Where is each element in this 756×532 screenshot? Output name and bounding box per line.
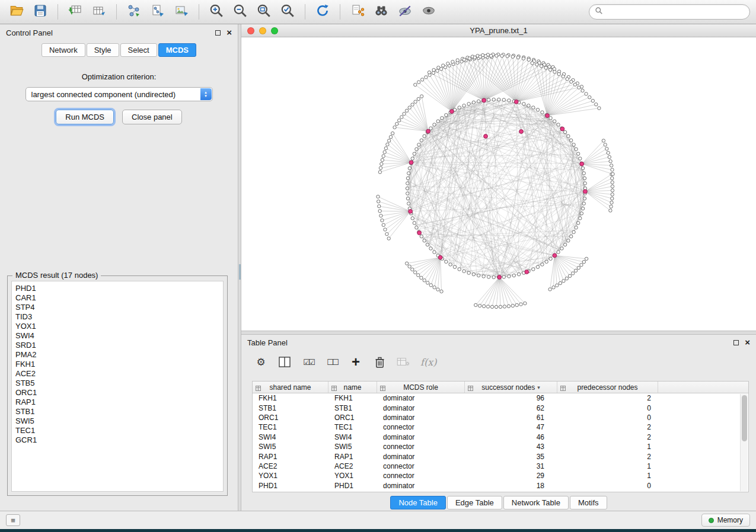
network-titlebar: YPA_prune.txt_1 bbox=[241, 24, 756, 37]
close-panel-button[interactable]: Close panel bbox=[122, 110, 182, 124]
mcds-result-item[interactable]: CAR1 bbox=[15, 293, 223, 303]
export-image-button[interactable] bbox=[171, 2, 192, 21]
float-table-panel-icon[interactable] bbox=[733, 340, 739, 345]
optimization-criterion-label: Optimization criterion: bbox=[0, 72, 238, 81]
table-scrollbar[interactable] bbox=[740, 394, 748, 491]
column-header-mcds-role[interactable]: MCDS role bbox=[377, 382, 465, 393]
zoom-selected-button[interactable] bbox=[277, 2, 298, 21]
tab-edge-table[interactable]: Edge Table bbox=[447, 496, 502, 509]
mcds-result-item[interactable]: PHD1 bbox=[15, 284, 223, 293]
tab-mcds[interactable]: MCDS bbox=[158, 43, 196, 57]
task-history-icon[interactable]: ≡ bbox=[6, 514, 20, 526]
mcds-result-item[interactable]: TEC1 bbox=[15, 426, 223, 435]
column-header-shared-name[interactable]: shared name bbox=[253, 382, 328, 393]
mcds-result-item[interactable]: FKH1 bbox=[15, 360, 223, 369]
table-row[interactable]: SWI4SWI4dominator462 bbox=[253, 432, 740, 442]
zoom-fit-button[interactable] bbox=[253, 2, 275, 21]
delete-column-icon[interactable] bbox=[373, 357, 386, 368]
mcds-result-item[interactable]: TID3 bbox=[15, 312, 223, 322]
tab-node-table[interactable]: Node Table bbox=[390, 496, 446, 509]
refresh-view-button[interactable] bbox=[312, 2, 333, 21]
mcds-result-item[interactable]: STB5 bbox=[15, 379, 223, 388]
toolbar-separator bbox=[116, 4, 117, 20]
close-panel-icon[interactable]: × bbox=[227, 30, 232, 36]
table-cell: FKH1 bbox=[328, 394, 377, 402]
table-cell: connector bbox=[377, 462, 465, 470]
table-cell: STB1 bbox=[253, 404, 328, 412]
mcds-result-item[interactable]: SRD1 bbox=[15, 341, 223, 350]
table-cell: dominator bbox=[377, 433, 465, 441]
table-row[interactable]: FKH1FKH1dominator962 bbox=[253, 393, 740, 403]
table-cell: 47 bbox=[465, 423, 557, 431]
table-row[interactable]: TEC1TEC1connector472 bbox=[253, 422, 740, 432]
zoom-out-button[interactable] bbox=[229, 2, 251, 21]
float-panel-icon[interactable] bbox=[215, 30, 221, 36]
optimization-criterion-dropdown[interactable]: largest connected component (undirected)… bbox=[25, 87, 213, 101]
select-all-columns-icon[interactable]: ☑☑ bbox=[302, 358, 315, 367]
control-panel-header: Control Panel × bbox=[0, 24, 238, 41]
table-row[interactable]: ORC1ORC1dominator610 bbox=[253, 413, 740, 422]
toolbar-separator bbox=[199, 4, 199, 20]
share-document-button[interactable] bbox=[347, 2, 368, 21]
column-header-name[interactable]: name bbox=[328, 382, 377, 393]
save-session-button[interactable] bbox=[30, 2, 51, 21]
add-column-icon[interactable]: + bbox=[349, 357, 362, 367]
import-table-button[interactable] bbox=[65, 2, 86, 21]
table-row[interactable]: RAP1RAP1dominator352 bbox=[253, 451, 740, 461]
search-network-button[interactable] bbox=[371, 2, 392, 21]
mcds-result-item[interactable]: ORC1 bbox=[15, 388, 223, 398]
tab-select[interactable]: Select bbox=[120, 43, 157, 57]
memory-button[interactable]: Memory bbox=[701, 514, 750, 527]
memory-status-dot-icon bbox=[709, 518, 714, 523]
mcds-result-item[interactable]: STB1 bbox=[15, 407, 223, 416]
maximize-window-button[interactable] bbox=[271, 27, 278, 34]
table-settings-gear-icon[interactable]: ⚙ bbox=[254, 356, 267, 368]
network-graph[interactable] bbox=[241, 37, 756, 331]
scrollbar-thumb[interactable] bbox=[742, 395, 747, 441]
table-row[interactable]: STB1STB1dominator620 bbox=[253, 403, 740, 412]
mcds-result-item[interactable]: SWI5 bbox=[15, 416, 223, 426]
mcds-result-item[interactable]: RAP1 bbox=[15, 398, 223, 407]
column-type-icon bbox=[331, 384, 337, 393]
column-label: name bbox=[343, 383, 361, 392]
mcds-result-item[interactable]: PMA2 bbox=[15, 350, 223, 360]
import-network-button[interactable] bbox=[123, 2, 145, 21]
horizontal-splitter[interactable] bbox=[241, 331, 756, 335]
table-row[interactable]: ACE2ACE2connector311 bbox=[253, 462, 740, 471]
zoom-selected-icon bbox=[280, 3, 295, 21]
mcds-result-item[interactable]: ACE2 bbox=[15, 369, 223, 379]
show-details-button[interactable] bbox=[418, 2, 439, 21]
close-table-panel-icon[interactable]: × bbox=[745, 339, 750, 345]
open-session-button[interactable] bbox=[6, 2, 27, 21]
mcds-result-item[interactable]: GCR1 bbox=[15, 435, 223, 445]
search-input[interactable] bbox=[607, 8, 744, 17]
column-header-successor-nodes[interactable]: successor nodes ▾ bbox=[465, 382, 557, 393]
export-table-button[interactable] bbox=[88, 2, 110, 21]
run-mcds-button[interactable]: Run MCDS bbox=[56, 110, 114, 124]
zoom-in-button[interactable] bbox=[206, 2, 227, 21]
column-header-predecessor-nodes[interactable]: predecessor nodes bbox=[557, 382, 658, 393]
mcds-result-item[interactable]: STP4 bbox=[15, 303, 223, 312]
mcds-result-item[interactable]: SWI4 bbox=[15, 331, 223, 341]
column-type-icon bbox=[380, 384, 385, 393]
mcds-result-item[interactable]: YOX1 bbox=[15, 322, 223, 331]
hide-details-button[interactable] bbox=[394, 2, 416, 21]
deselect-all-columns-icon[interactable]: ☐☐ bbox=[326, 358, 339, 367]
import-network-file-button[interactable] bbox=[147, 2, 168, 21]
tab-network-table[interactable]: Network Table bbox=[503, 496, 569, 509]
tab-style[interactable]: Style bbox=[87, 43, 119, 57]
tab-motifs[interactable]: Motifs bbox=[570, 496, 607, 509]
table-row[interactable]: PHD1PHD1dominator180 bbox=[253, 481, 740, 491]
eye-icon bbox=[421, 3, 436, 21]
close-window-button[interactable] bbox=[247, 27, 254, 34]
minimize-window-button[interactable] bbox=[259, 27, 266, 34]
mcds-result-list[interactable]: PHD1CAR1STP4TID3YOX1SWI4SRD1PMA2FKH1ACE2… bbox=[11, 281, 224, 492]
table-row[interactable]: YOX1YOX1connector291 bbox=[253, 471, 740, 480]
tab-network[interactable]: Network bbox=[42, 43, 85, 57]
eye-slash-icon bbox=[397, 3, 413, 21]
network-canvas[interactable] bbox=[241, 37, 756, 331]
table-row[interactable]: SWI5SWI5connector431 bbox=[253, 442, 740, 451]
splitter-handle[interactable] bbox=[239, 264, 241, 280]
table-cell: dominator bbox=[377, 482, 465, 490]
show-columns-icon[interactable] bbox=[278, 357, 291, 367]
